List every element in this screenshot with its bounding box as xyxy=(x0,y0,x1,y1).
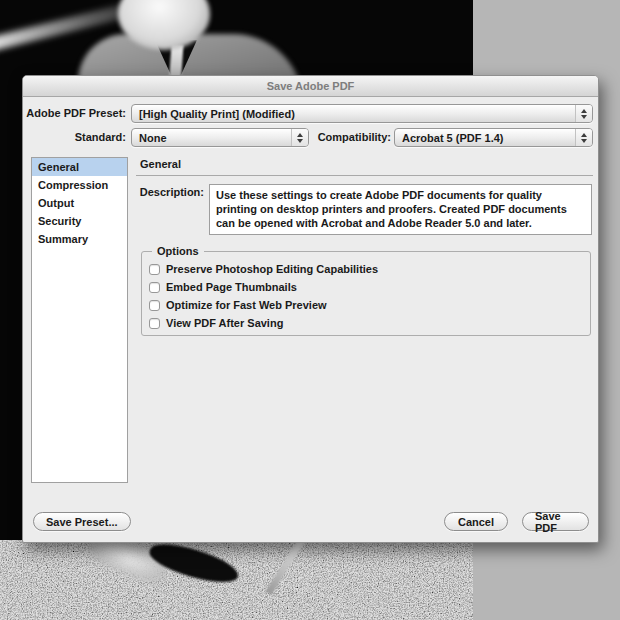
checkbox-row-optimize-web-preview[interactable]: Optimize for Fast Web Preview xyxy=(149,298,327,312)
standard-label: Standard: xyxy=(23,131,126,143)
description-label: Description: xyxy=(136,186,204,198)
description-textbox[interactable]: Use these settings to create Adobe PDF d… xyxy=(209,184,592,235)
checkbox-row-embed-thumbnails[interactable]: Embed Page Thumbnails xyxy=(149,280,297,294)
options-group: Options Preserve Photoshop Editing Capab… xyxy=(141,251,591,336)
save-adobe-pdf-dialog: Save Adobe PDF Adobe PDF Preset: [High Q… xyxy=(22,75,599,543)
sidebar-item-summary[interactable]: Summary xyxy=(32,230,127,248)
grass-noise-texture xyxy=(0,540,473,620)
panel-heading: General xyxy=(140,158,181,170)
sidebar-item-compression[interactable]: Compression xyxy=(32,176,127,194)
checkbox-view-pdf-after-saving[interactable] xyxy=(149,318,160,329)
dialog-title: Save Adobe PDF xyxy=(267,80,355,92)
checkbox-row-view-pdf-after-saving[interactable]: View PDF After Saving xyxy=(149,316,283,330)
checkbox-label: Optimize for Fast Web Preview xyxy=(166,299,327,311)
save-pdf-button[interactable]: Save PDF xyxy=(522,512,589,531)
compatibility-label: Compatibility: xyxy=(311,131,391,143)
cancel-button[interactable]: Cancel xyxy=(444,512,508,531)
popup-stepper-icon xyxy=(291,129,308,146)
standard-select[interactable]: None xyxy=(131,128,309,147)
save-preset-button[interactable]: Save Preset... xyxy=(33,512,131,531)
options-legend: Options xyxy=(152,245,204,257)
desktop-background: Save Adobe PDF Adobe PDF Preset: [High Q… xyxy=(0,0,620,620)
adobe-pdf-preset-value: [High Quality Print] (Modified) xyxy=(132,108,575,120)
sidebar-item-general[interactable]: General xyxy=(32,158,127,176)
checkbox-label: Embed Page Thumbnails xyxy=(166,281,297,293)
compatibility-select[interactable]: Acrobat 5 (PDF 1.4) xyxy=(394,128,593,147)
sidebar-item-output[interactable]: Output xyxy=(32,194,127,212)
compatibility-value: Acrobat 5 (PDF 1.4) xyxy=(395,132,575,144)
popup-stepper-icon xyxy=(575,105,592,122)
panel-divider xyxy=(136,175,593,176)
checkbox-optimize-web-preview[interactable] xyxy=(149,300,160,311)
checkbox-embed-thumbnails[interactable] xyxy=(149,282,160,293)
dialog-titlebar[interactable]: Save Adobe PDF xyxy=(23,76,598,97)
checkbox-preserve-editing[interactable] xyxy=(149,264,160,275)
settings-category-list: General Compression Output Security Summ… xyxy=(31,157,128,483)
standard-value: None xyxy=(132,132,291,144)
sidebar-item-security[interactable]: Security xyxy=(32,212,127,230)
checkbox-row-preserve-editing[interactable]: Preserve Photoshop Editing Capabilities xyxy=(149,262,378,276)
checkbox-label: View PDF After Saving xyxy=(166,317,283,329)
adobe-pdf-preset-label: Adobe PDF Preset: xyxy=(23,107,126,119)
popup-stepper-icon xyxy=(575,129,592,146)
photo-grass xyxy=(0,540,473,620)
adobe-pdf-preset-select[interactable]: [High Quality Print] (Modified) xyxy=(131,104,593,123)
checkbox-label: Preserve Photoshop Editing Capabilities xyxy=(166,263,378,275)
